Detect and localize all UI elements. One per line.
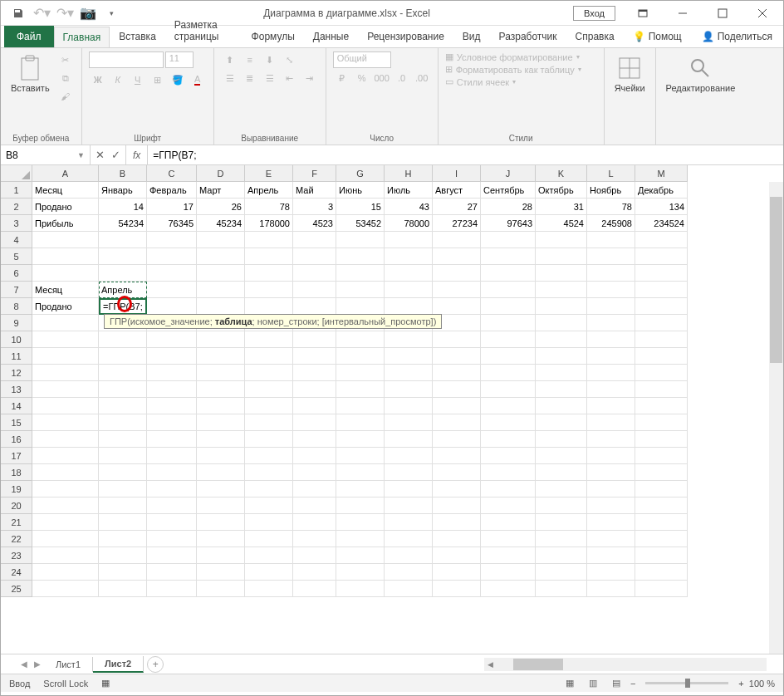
cell[interactable] — [99, 248, 147, 265]
indent-inc-icon[interactable]: ⇥ — [301, 70, 319, 86]
cell[interactable] — [197, 414, 245, 431]
maximize-icon[interactable] — [703, 1, 742, 26]
cell[interactable] — [147, 531, 197, 547]
cell[interactable] — [293, 481, 336, 497]
cell[interactable] — [293, 514, 336, 531]
paste-button[interactable]: Вставить — [7, 51, 53, 96]
view-normal-icon[interactable]: ▦ — [561, 677, 579, 690]
cell[interactable] — [99, 581, 147, 597]
cell[interactable] — [99, 232, 147, 248]
decimal-dec-icon[interactable]: .00 — [413, 70, 431, 86]
cell[interactable] — [147, 481, 197, 497]
row-header-12[interactable]: 12 — [1, 365, 32, 381]
cell[interactable] — [336, 331, 385, 348]
camera-icon[interactable]: 📷 — [79, 4, 97, 22]
cell[interactable] — [293, 381, 336, 398]
cell[interactable] — [587, 381, 635, 398]
cell[interactable] — [536, 547, 587, 564]
cell[interactable] — [433, 282, 481, 298]
cell[interactable] — [433, 381, 481, 398]
tab-help[interactable]: Справка — [566, 26, 624, 47]
cell[interactable] — [385, 414, 433, 431]
cell[interactable] — [536, 348, 587, 365]
cell[interactable] — [587, 248, 635, 265]
cell[interactable] — [635, 282, 688, 298]
cell[interactable] — [336, 398, 385, 414]
cell[interactable] — [336, 531, 385, 547]
cell[interactable] — [481, 448, 536, 464]
cell[interactable] — [635, 547, 688, 564]
cell[interactable]: 234524 — [635, 215, 688, 232]
cell[interactable] — [147, 365, 197, 381]
cell[interactable] — [385, 531, 433, 547]
cell[interactable] — [587, 497, 635, 514]
cell[interactable] — [197, 298, 245, 315]
cell[interactable] — [481, 365, 536, 381]
cell[interactable] — [245, 248, 293, 265]
cell[interactable] — [32, 315, 99, 331]
cell[interactable] — [197, 448, 245, 464]
cell[interactable] — [433, 564, 481, 581]
sheet-nav-next-icon[interactable]: ▶ — [31, 659, 44, 669]
cell[interactable] — [197, 381, 245, 398]
row-header-21[interactable]: 21 — [1, 514, 32, 531]
cell[interactable] — [635, 448, 688, 464]
cell[interactable] — [336, 514, 385, 531]
cell[interactable] — [32, 381, 99, 398]
cell[interactable] — [336, 381, 385, 398]
cell[interactable] — [635, 248, 688, 265]
cell[interactable]: 78 — [587, 199, 635, 215]
cell[interactable]: 27 — [433, 199, 481, 215]
cell[interactable] — [433, 448, 481, 464]
cell[interactable] — [293, 497, 336, 514]
cell[interactable] — [635, 232, 688, 248]
cell[interactable]: 134 — [635, 199, 688, 215]
cell[interactable] — [245, 365, 293, 381]
cell[interactable] — [147, 448, 197, 464]
cell[interactable] — [587, 398, 635, 414]
align-bottom-icon[interactable]: ⬇ — [261, 51, 279, 68]
add-sheet-button[interactable]: + — [147, 656, 164, 673]
cell[interactable] — [433, 514, 481, 531]
cell[interactable] — [293, 448, 336, 464]
cell[interactable] — [385, 464, 433, 481]
cell[interactable] — [32, 331, 99, 348]
cell[interactable] — [536, 581, 587, 597]
row-header-24[interactable]: 24 — [1, 564, 32, 581]
cell[interactable] — [481, 315, 536, 331]
cell[interactable] — [245, 514, 293, 531]
cell[interactable] — [536, 531, 587, 547]
cell[interactable] — [587, 365, 635, 381]
cell[interactable]: Сентябрь — [481, 182, 536, 199]
cell[interactable] — [433, 431, 481, 448]
underline-button[interactable]: Ч — [129, 71, 147, 88]
vertical-scrollbar[interactable] — [769, 182, 783, 654]
cell[interactable] — [385, 581, 433, 597]
cell[interactable] — [587, 265, 635, 282]
cell[interactable] — [635, 414, 688, 431]
cell[interactable] — [245, 414, 293, 431]
col-header-B[interactable]: B — [99, 165, 147, 182]
cell[interactable] — [385, 331, 433, 348]
cell[interactable] — [99, 381, 147, 398]
cell[interactable] — [293, 398, 336, 414]
cell[interactable] — [245, 564, 293, 581]
cell[interactable] — [293, 365, 336, 381]
sheet-tab-1[interactable]: Лист1 — [44, 657, 93, 672]
cell[interactable]: Июль — [385, 182, 433, 199]
cell[interactable] — [32, 248, 99, 265]
cell[interactable] — [32, 547, 99, 564]
cell[interactable]: Декабрь — [635, 182, 688, 199]
cell[interactable] — [536, 298, 587, 315]
cell[interactable] — [433, 547, 481, 564]
cell[interactable] — [147, 431, 197, 448]
cell[interactable] — [385, 232, 433, 248]
cell[interactable] — [481, 497, 536, 514]
row-header-25[interactable]: 25 — [1, 581, 32, 597]
col-header-I[interactable]: I — [433, 165, 481, 182]
cell[interactable] — [536, 497, 587, 514]
cell[interactable]: Месяц — [32, 282, 99, 298]
cell[interactable] — [293, 581, 336, 597]
undo-icon[interactable]: ↶▾ — [32, 4, 51, 22]
row-header-6[interactable]: 6 — [1, 265, 32, 282]
